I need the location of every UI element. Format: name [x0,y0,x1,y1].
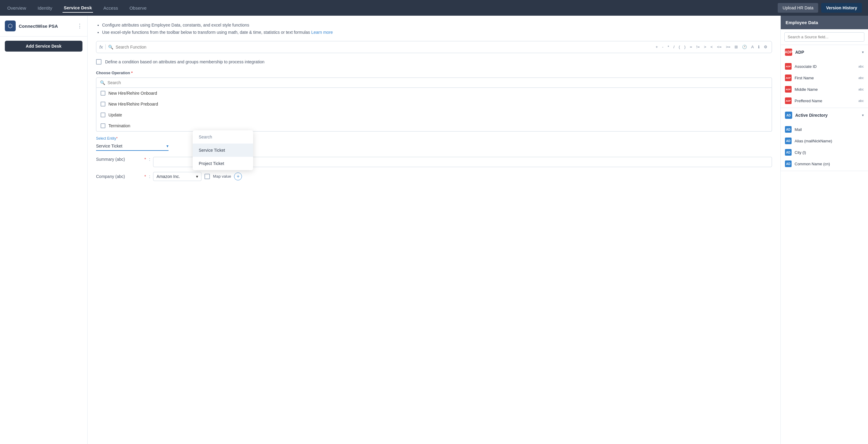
op-divide[interactable]: / [672,44,676,50]
top-nav: Overview Identity Service Desk Access Ob… [0,0,868,16]
settings-icon[interactable]: ⚙ [763,44,769,50]
summary-colon: : [149,157,150,162]
formula-bar: fx 🔍 + - * / ( ) = != > < <= >= ⊞ 🕐 A ℹ … [96,41,772,53]
dropdown-item-label-0: New Hire/Rehire Onboard [108,91,157,96]
op-minus[interactable]: - [661,44,664,50]
source-search-input[interactable] [784,32,864,42]
ad-field-name-3: Common Name (cn) [795,162,864,166]
floating-menu-project-ticket[interactable]: Project Ticket [193,157,253,170]
sidebar-menu-icon[interactable]: ⋮ [77,23,83,29]
text-icon[interactable]: A [750,44,755,50]
op-lparen[interactable]: ( [677,44,681,50]
condition-checkbox[interactable] [96,59,101,65]
op-lte[interactable]: <= [716,44,723,50]
nav-access[interactable]: Access [102,4,119,12]
nav-service-desk[interactable]: Service Desk [63,3,93,13]
adp-field-icon-1: ADP [785,74,792,81]
adp-field-name-3: Preffered Name [795,99,855,103]
select-entity-star: * [116,136,118,141]
adp-field-associate-id[interactable]: ADP Associate ID abc [781,61,868,72]
required-star: * [131,71,132,75]
op-notequals[interactable]: != [695,44,701,50]
ad-field-mail[interactable]: AD Mail [781,124,868,135]
main-content: Configure attributes using Employee Data… [88,16,780,444]
nav-observe[interactable]: Observe [128,4,148,12]
ad-chevron-icon: ▾ [862,113,864,117]
op-plus[interactable]: + [654,44,659,50]
summary-field-label: Summary (abc) [96,157,141,162]
company-select-dropdown[interactable]: Amazon Inc. ▾ [153,172,202,181]
dropdown-item-0[interactable]: New Hire/Rehire Onboard [96,88,772,99]
operation-search-input[interactable] [107,80,768,85]
adp-header[interactable]: ADP ADP ▾ [781,45,868,60]
nav-overview[interactable]: Overview [6,4,28,12]
main-layout: ⬡ ConnectWise PSA ⋮ Add Service Desk Con… [0,16,868,444]
ad-field-alias[interactable]: AD Alias (mailNickName) [781,135,868,146]
op-rparen[interactable]: ) [683,44,687,50]
info-bullet-2: Use excel-style functions from the toolb… [102,29,772,36]
operation-dropdown-wrapper: 🔍 New Hire/Rehire Onboard New Hire/Rehir… [96,77,772,132]
item-checkbox-2[interactable] [100,112,105,117]
adp-field-icon-2: ADP [785,86,792,93]
ad-field-city[interactable]: AD City (l) [781,146,868,158]
operation-search-box[interactable]: 🔍 [96,77,772,88]
active-directory-source-name: Active Directory [795,113,859,117]
company-value: Amazon Inc. [156,174,194,179]
item-checkbox-1[interactable] [100,102,105,106]
add-field-button[interactable]: + [234,173,242,180]
item-checkbox-3[interactable] [100,123,105,128]
adp-field-type-0: abc [858,65,864,68]
right-panel-search-box [781,29,868,45]
choose-operation-section: Choose Operation * 🔍 New Hire/Rehire Onb… [96,71,772,132]
dropdown-item-1[interactable]: New Hire/Rehire Preboard [96,99,772,109]
condition-label: Define a condition based on attributes a… [105,60,265,64]
dropdown-item-2[interactable]: Update [96,109,772,121]
map-value-checkbox[interactable] [205,174,210,179]
operation-search-icon: 🔍 [100,80,105,85]
item-checkbox-0[interactable] [100,91,105,96]
op-gte[interactable]: >= [724,44,732,50]
ad-field-common-name[interactable]: AD Common Name (cn) [781,158,868,170]
employee-data-title: Employee Data [785,20,818,25]
adp-chevron-icon: ▾ [862,50,864,54]
op-lt[interactable]: < [709,44,714,50]
dropdown-item-label-1: New Hire/Rehire Preboard [108,102,158,106]
floating-menu-service-ticket[interactable]: Service Ticket [193,144,253,157]
company-field-row: Company (abc) * : Amazon Inc. ▾ Map valu… [96,172,772,186]
clock-icon[interactable]: 🕐 [741,44,748,50]
company-chevron-icon: ▾ [196,174,198,179]
chevron-down-icon: ▾ [166,144,168,148]
adp-field-name-1: First Name [795,76,855,80]
adp-field-icon-3: ADP [785,97,792,104]
adp-field-middle-name[interactable]: ADP Middle Name abc [781,83,868,95]
select-entity-dropdown[interactable]: Service Ticket ▾ [96,142,168,151]
company-colon: : [149,174,150,179]
op-equals[interactable]: = [689,44,693,50]
add-service-desk-button[interactable]: Add Service Desk [5,41,83,52]
ad-field-icon-0: AD [785,126,792,133]
condition-row: Define a condition based on attributes a… [96,59,772,65]
version-history-button[interactable]: Version History [821,3,862,13]
active-directory-header[interactable]: AD Active Directory ▾ [781,108,868,123]
ad-field-icon-1: AD [785,138,792,144]
select-entity-value: Service Ticket [96,144,164,148]
dropdown-item-3[interactable]: Termination [96,121,772,131]
op-gt[interactable]: > [703,44,708,50]
learn-more-link[interactable]: Learn more [311,30,333,35]
info-bullet-1: Configure attributes using Employee Data… [102,22,772,29]
op-multiply[interactable]: * [666,44,671,50]
floating-menu-search: Search [193,130,253,144]
formula-search-input[interactable] [116,45,652,49]
ad-field-icon-2: AD [785,149,792,156]
operation-dropdown-list: New Hire/Rehire Onboard New Hire/Rehire … [96,88,772,132]
info-icon[interactable]: ℹ [757,44,761,50]
adp-field-first-name[interactable]: ADP First Name abc [781,72,868,83]
adp-field-preferred-name[interactable]: ADP Preffered Name abc [781,95,868,106]
formula-search-icon: 🔍 [108,45,113,49]
ad-field-name-1: Alias (mailNickName) [795,139,864,143]
nav-identity[interactable]: Identity [36,4,54,12]
grid-icon[interactable]: ⊞ [733,44,739,50]
nav-right-actions: Upload HR Data Version History [778,3,862,13]
dropdown-item-label-2: Update [108,112,122,117]
upload-hr-data-button[interactable]: Upload HR Data [778,3,818,13]
